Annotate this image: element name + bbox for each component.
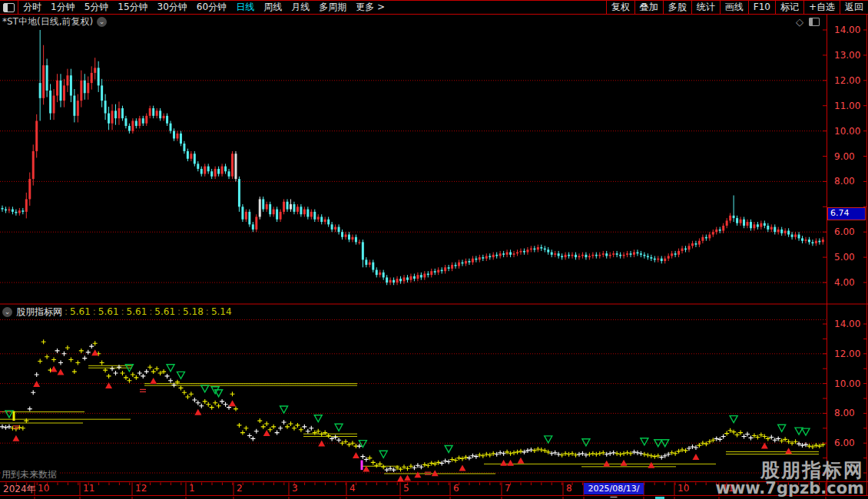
month-label: 10 (38, 483, 49, 494)
date-axis[interactable]: 2024年 2025/08/13/三 101112123456781011 (0, 482, 827, 496)
indicator-value: 5.18 (183, 306, 204, 317)
btn-statistics[interactable]: 统计 (691, 1, 720, 14)
watermark-brand: 股朋指标网 (715, 461, 864, 480)
indicator-values: :5.61:5.61:5.61:5.61:5.18:5.14 (62, 306, 232, 317)
toolbar-buttons: 复权叠加多股统计画线F10标记+自选返回 (606, 1, 868, 14)
chart-title-row: *ST中地(日线,前复权) ⌄ (2, 16, 107, 28)
tab-60min[interactable]: 60分钟 (192, 1, 231, 14)
month-label: 7 (505, 483, 511, 494)
value-separator: : (149, 306, 152, 317)
tab-weekly[interactable]: 周线 (259, 1, 287, 14)
price-axis-label: 14.00 (834, 319, 866, 329)
btn-overlay[interactable]: 叠加 (634, 1, 663, 14)
chevron-down-icon[interactable]: ⌄ (2, 307, 12, 317)
price-axis-label: 5.00 (834, 252, 866, 263)
value-separator: : (206, 306, 209, 317)
split-pane-icon[interactable] (809, 18, 820, 26)
month-label: 1 (189, 483, 195, 494)
price-axis-label: 4.00 (834, 277, 866, 288)
month-label: 2 (237, 483, 243, 494)
indicator-value: 5.14 (211, 306, 232, 317)
tab-multiperiod[interactable]: 多周期 (314, 1, 351, 14)
price-axis-label: 12.00 (834, 75, 866, 86)
value-separator: : (93, 306, 96, 317)
chevron-down-icon[interactable]: ⌄ (97, 17, 107, 27)
price-axis-label: 14.00 (834, 25, 866, 35)
chart-corner-tools: ◇ (796, 17, 820, 27)
tab-monthly[interactable]: 月线 (287, 1, 314, 14)
diamond-icon[interactable]: ◇ (796, 17, 803, 27)
menubar: 分时1分钟5分钟15分钟30分钟60分钟日线周线月线多周期更多 > 复权叠加多股… (0, 0, 868, 15)
price-axis-label: 8.00 (834, 408, 866, 418)
indicator-value: 5.61 (98, 306, 119, 317)
price-axis-label: 9.00 (834, 151, 866, 162)
value-separator: : (177, 306, 181, 317)
price-axis-label: 10.00 (834, 378, 866, 389)
indicator-value: 5.61 (127, 306, 147, 317)
btn-mark[interactable]: 标记 (775, 1, 803, 14)
month-label: 5 (403, 483, 409, 494)
chart-canvas[interactable] (0, 0, 868, 499)
month-label: 10 (678, 483, 689, 494)
tab-1min[interactable]: 1分钟 (46, 1, 80, 14)
indicator-title[interactable]: 股朋指标网 (16, 306, 62, 319)
year-label: 2024年 (3, 483, 36, 496)
btn-back[interactable]: 返回 (840, 1, 868, 14)
value-separator: : (65, 306, 68, 317)
price-axis-label: 11.00 (834, 101, 866, 111)
indicator-value: 5.61 (154, 306, 175, 317)
split-view-icon (3, 3, 15, 12)
price-axis-label: 6.00 (834, 226, 866, 237)
watermark: 股朋指标网 www.7gpzb.com (715, 461, 864, 497)
tab-30min[interactable]: 30分钟 (153, 1, 192, 14)
tab-more[interactable]: 更多 > (351, 1, 389, 14)
price-axis-label: 6.00 (834, 438, 866, 448)
future-data-warning: 用到未来数据 (2, 468, 60, 481)
month-label: 4 (350, 483, 356, 494)
tab-5min[interactable]: 5分钟 (80, 1, 114, 14)
tab-daily[interactable]: 日线 (231, 1, 259, 14)
watermark-url: www.7gpzb.com (715, 480, 864, 497)
last-price-tag: 6.74 (827, 207, 866, 220)
tdx-trading-window: 分时1分钟5分钟15分钟30分钟60分钟日线周线月线多周期更多 > 复权叠加多股… (0, 0, 868, 499)
chart-title: *ST中地(日线,前复权) (2, 15, 93, 28)
crosshair-date-box: 2025/08/13/三 (584, 483, 644, 494)
btn-adjust-rights[interactable]: 复权 (606, 1, 634, 14)
month-label: 6 (453, 483, 459, 494)
month-label: 3 (292, 483, 298, 494)
tab-15min[interactable]: 15分钟 (113, 1, 152, 14)
month-label: 12 (135, 483, 147, 494)
btn-f10[interactable]: F10 (748, 1, 775, 14)
value-separator: : (121, 306, 124, 317)
price-axis-label: 13.00 (834, 50, 866, 61)
btn-add-watchlist[interactable]: +自选 (803, 1, 840, 14)
btn-multi-stock[interactable]: 多股 (663, 1, 691, 14)
period-tabs: 分时1分钟5分钟15分钟30分钟60分钟日线周线月线多周期更多 > (18, 1, 389, 14)
price-axis-label: 12.00 (834, 349, 866, 359)
month-label: 8 (566, 483, 572, 494)
indicator-value: 5.61 (70, 306, 91, 317)
price-axis-label: 8.00 (834, 176, 866, 187)
month-label: 11 (83, 483, 94, 494)
price-axis-label: 10.00 (834, 126, 866, 137)
btn-draw-line[interactable]: 画线 (720, 1, 748, 14)
split-view-button[interactable] (0, 1, 18, 14)
tab-timeshare[interactable]: 分时 (18, 1, 46, 14)
indicator-header: ⌄ 股朋指标网 :5.61:5.61:5.61:5.61:5.18:5.14 (2, 306, 232, 318)
